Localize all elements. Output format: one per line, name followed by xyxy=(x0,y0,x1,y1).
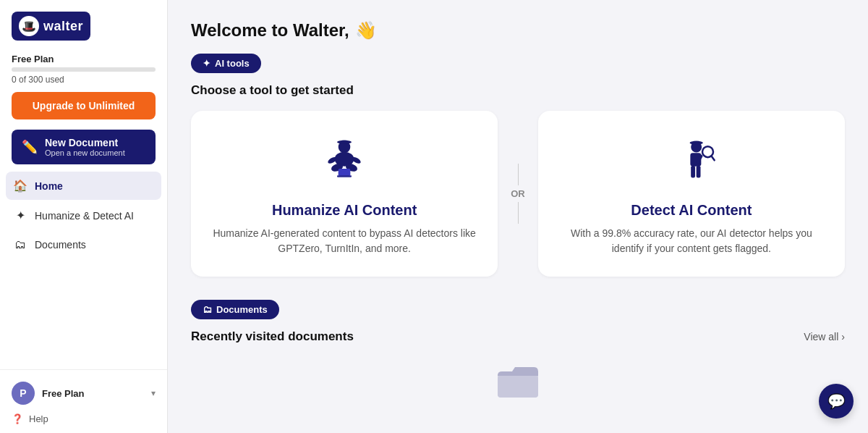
progress-bar-bg xyxy=(12,67,156,72)
choose-label: Choose a tool to get started xyxy=(191,83,845,98)
or-line-bottom xyxy=(518,202,519,224)
chevron-down-icon: ▾ xyxy=(151,388,156,398)
help-label: Help xyxy=(29,413,48,424)
page-title: Welcome to Walter, 👋 xyxy=(191,20,845,41)
new-document-button[interactable]: ✏️ New Document Open a new document xyxy=(12,130,156,164)
detect-desc: With a 99.8% accuracy rate, our AI detec… xyxy=(558,226,825,256)
documents-chip-label: Documents xyxy=(216,304,268,315)
nav-section: 🏠 Home ✦ Humanize & Detect AI 🗂 Document… xyxy=(0,172,167,369)
plan-label: Free Plan xyxy=(12,54,156,64)
detect-card[interactable]: Detect AI Content With a 99.8% accuracy … xyxy=(538,111,845,277)
user-row[interactable]: P Free Plan ▾ xyxy=(12,379,156,408)
docs-section-header: Recently visited documents View all › xyxy=(191,329,845,344)
help-circle-icon: ❓ xyxy=(12,413,23,424)
documents-chip[interactable]: 🗂 Documents xyxy=(191,300,279,319)
upgrade-button[interactable]: Upgrade to Unlimited xyxy=(12,92,156,119)
view-all-label: View all xyxy=(804,331,838,342)
empty-folder-area xyxy=(191,353,845,407)
sidebar-item-humanize-label: Humanize & Detect AI xyxy=(35,210,134,222)
chat-icon: 💬 xyxy=(827,392,846,410)
svg-rect-12 xyxy=(693,140,700,143)
ai-tools-chip[interactable]: ✦ AI tools xyxy=(191,54,261,73)
user-name: Free Plan xyxy=(42,388,144,399)
docs-section-title: Recently visited documents xyxy=(191,329,354,344)
view-all-link[interactable]: View all › xyxy=(804,331,845,342)
or-text: OR xyxy=(511,188,525,199)
sidebar-bottom: P Free Plan ▾ ❓ Help xyxy=(0,369,167,433)
or-divider: OR xyxy=(498,164,538,224)
logo-icon: 🎩 xyxy=(19,16,39,36)
main-content: Welcome to Walter, 👋 ✦ AI tools Choose a… xyxy=(168,0,868,433)
new-doc-label: New Document xyxy=(45,137,125,148)
new-doc-sublabel: Open a new document xyxy=(45,148,125,157)
svg-line-18 xyxy=(711,156,714,160)
detect-title: Detect AI Content xyxy=(558,202,825,219)
svg-rect-14 xyxy=(691,165,695,177)
logo-area: 🎩 walter xyxy=(0,0,167,48)
sidebar-item-home[interactable]: 🏠 Home xyxy=(6,172,161,200)
svg-rect-2 xyxy=(341,140,348,143)
welcome-text: Welcome to Walter, xyxy=(191,20,349,41)
wave-emoji: 👋 xyxy=(355,20,377,41)
logo-text: walter xyxy=(43,19,83,34)
or-line-top xyxy=(518,164,519,185)
sparkle-icon: ✦ xyxy=(13,209,27,222)
used-label: 0 of 300 used xyxy=(12,75,156,85)
sidebar-item-documents[interactable]: 🗂 Documents xyxy=(6,231,161,258)
chevron-right-icon: › xyxy=(841,331,845,342)
humanize-desc: Humanize AI-generated content to bypass … xyxy=(211,226,477,256)
folder-icon: 🗂 xyxy=(13,238,27,251)
edit-icon: ✏️ xyxy=(22,139,38,155)
sparkle-chip-icon: ✦ xyxy=(203,58,210,69)
home-icon: 🏠 xyxy=(13,179,27,193)
svg-rect-8 xyxy=(339,169,351,176)
humanize-card[interactable]: Humanize AI Content Humanize AI-generate… xyxy=(191,111,498,277)
help-row[interactable]: ❓ Help xyxy=(12,408,156,424)
tools-row: Humanize AI Content Humanize AI-generate… xyxy=(191,111,845,277)
svg-rect-15 xyxy=(697,165,701,177)
avatar: P xyxy=(12,382,35,405)
humanize-title: Humanize AI Content xyxy=(211,202,477,219)
detect-illustration xyxy=(558,134,825,192)
sidebar-item-humanize[interactable]: ✦ Humanize & Detect AI xyxy=(6,201,161,230)
sidebar: 🎩 walter Free Plan 0 of 300 used Upgrade… xyxy=(0,0,168,433)
logo-box[interactable]: 🎩 walter xyxy=(12,12,90,41)
chat-fab[interactable]: 💬 xyxy=(819,384,854,419)
humanize-illustration xyxy=(211,134,477,192)
folder-chip-icon: 🗂 xyxy=(203,304,212,315)
sidebar-item-documents-label: Documents xyxy=(35,239,86,251)
plan-section: Free Plan 0 of 300 used Upgrade to Unlim… xyxy=(0,48,167,172)
svg-rect-20 xyxy=(498,376,538,398)
ai-tools-chip-label: AI tools xyxy=(215,58,250,69)
svg-rect-9 xyxy=(337,175,352,177)
sidebar-item-home-label: Home xyxy=(35,180,63,192)
